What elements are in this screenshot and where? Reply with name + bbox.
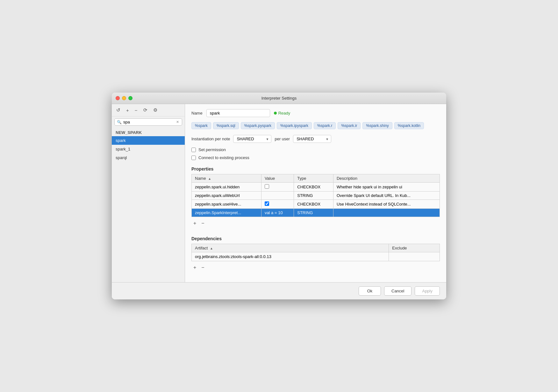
window-controls	[116, 96, 132, 100]
properties-col-value: Value	[261, 174, 294, 183]
refresh-button[interactable]: ↺	[115, 107, 122, 114]
sidebar-item-NEW_SPARK: NEW_SPARK	[112, 128, 185, 136]
prop-value-cell[interactable]	[261, 183, 294, 192]
set-permission-row: Set permission	[191, 147, 440, 152]
tag-spark-r: %spark.r	[314, 122, 336, 129]
remove-dependency-button[interactable]: −	[200, 265, 205, 270]
name-row: Name Ready	[191, 109, 440, 117]
connect-existing-checkbox[interactable]	[191, 156, 196, 160]
add-property-button[interactable]: +	[192, 220, 197, 226]
table-row[interactable]: zeppelin.spark.useHive... CHECKBOX Use H…	[192, 200, 440, 209]
sidebar-toolbar: ↺ + − ⟳ ⚙	[112, 104, 185, 116]
per-user-select[interactable]: SHARED SCOPED ISOLATED	[293, 135, 331, 143]
tags-row: %spark %spark.sql %spark.pyspark %spark.…	[191, 122, 440, 129]
prop-desc-cell-selected	[333, 209, 440, 217]
apply-button[interactable]: Apply	[415, 286, 440, 296]
status-text: Ready	[278, 111, 290, 116]
sidebar-item-sparql[interactable]: sparql	[112, 153, 185, 162]
right-panel: Name Ready %spark %spark.sql %spark.pysp…	[185, 104, 446, 282]
status-badge: Ready	[274, 111, 290, 116]
sidebar-item-spark_1[interactable]: spark_1	[112, 145, 185, 153]
per-user-select-wrapper: SHARED SCOPED ISOLATED ▼	[293, 135, 331, 143]
titlebar: Interpreter Settings	[112, 93, 446, 104]
sidebar-list: NEW_SPARK spark spark_1 sparql	[112, 128, 185, 282]
tag-spark-shiny: %spark.shiny	[362, 122, 392, 129]
tag-spark: %spark	[191, 122, 211, 129]
cancel-button[interactable]: Cancel	[384, 286, 411, 296]
close-button[interactable]	[116, 96, 120, 100]
dep-artifact-cell: org.jetbrains.ztools:ztools-spark-all:0.…	[192, 252, 389, 261]
prop-type-cell: CHECKBOX	[294, 200, 333, 209]
search-input[interactable]	[123, 120, 174, 124]
remove-interpreter-button[interactable]: −	[133, 107, 139, 114]
dependencies-table-actions: + −	[191, 263, 440, 272]
tag-spark-ipyspark: %spark.ipyspark	[277, 122, 312, 129]
ok-button[interactable]: Ok	[359, 286, 381, 296]
deps-col-exclude: Exclude	[389, 244, 440, 252]
connect-existing-row: Connect to existing process	[191, 155, 440, 160]
instantiation-select-wrapper: SHARED SCOPED ISOLATED ▼	[233, 135, 271, 143]
prop-name-cell: zeppelin.spark.ui.hidden	[192, 183, 261, 192]
prop-value-cell[interactable]	[261, 200, 294, 209]
properties-col-description: Description	[333, 174, 440, 183]
prop-desc-cell: Whether hide spark ui in zeppelin ui	[333, 183, 440, 192]
prop-value-cell-selected[interactable]: val a = 10	[261, 209, 294, 217]
sidebar: ↺ + − ⟳ ⚙ 🔍 ✕ NEW_SPARK spark spark_1 sp…	[112, 104, 185, 282]
maximize-button[interactable]	[128, 96, 132, 100]
clear-search-button[interactable]: ✕	[175, 120, 180, 124]
properties-section-title: Properties	[191, 166, 440, 172]
options-row: Instantiation per note SHARED SCOPED ISO…	[191, 135, 440, 143]
properties-table-actions: + −	[191, 219, 440, 228]
per-user-label: per user	[275, 136, 290, 141]
tag-spark-ir: %spark.ir	[338, 122, 361, 129]
prop-type-cell: CHECKBOX	[294, 183, 333, 192]
interpreter-settings-window: Interpreter Settings ↺ + − ⟳ ⚙ 🔍 ✕ NEW_S…	[112, 93, 446, 299]
minimize-button[interactable]	[122, 96, 126, 100]
properties-col-name[interactable]: Name ▲	[192, 174, 261, 183]
dependencies-table: Artifact ▲ Exclude org.jetbrains.ztools:…	[191, 244, 440, 261]
table-row[interactable]: zeppelin.spark.ui.hidden CHECKBOX Whethe…	[192, 183, 440, 192]
prop-name-cell-selected: zeppelin.SparkInterpret...	[192, 209, 261, 217]
sidebar-item-spark[interactable]: spark	[112, 136, 185, 145]
search-box: 🔍 ✕	[114, 118, 182, 126]
dependencies-section-title: Dependencies	[191, 236, 440, 241]
search-icon: 🔍	[117, 120, 122, 124]
connect-existing-label: Connect to existing process	[198, 155, 249, 160]
list-item[interactable]: org.jetbrains.ztools:ztools-spark-all:0.…	[192, 252, 440, 261]
properties-col-type: Type	[294, 174, 333, 183]
reload-button[interactable]: ⟳	[142, 107, 149, 114]
prop-value-cell[interactable]	[261, 192, 294, 200]
prop-checkbox-hidden[interactable]	[265, 184, 269, 189]
prop-desc-cell: Override Spark UI default URL. In Kub...	[333, 192, 440, 200]
set-permission-checkbox[interactable]	[191, 148, 196, 152]
prop-checkbox-hivectx[interactable]	[265, 201, 269, 206]
remove-property-button[interactable]: −	[200, 220, 205, 226]
name-sort-arrow: ▲	[208, 177, 211, 180]
table-row-selected[interactable]: zeppelin.SparkInterpret... val a = 10 ST…	[192, 209, 440, 217]
tag-spark-kotlin: %spark.kotlin	[394, 122, 424, 129]
instantiation-label: Instantiation per note	[191, 136, 230, 141]
instantiation-select[interactable]: SHARED SCOPED ISOLATED	[233, 135, 271, 143]
footer: Ok Cancel Apply	[112, 282, 446, 299]
status-dot	[274, 112, 277, 115]
add-interpreter-button[interactable]: +	[125, 107, 130, 114]
add-dependency-button[interactable]: +	[192, 265, 197, 270]
set-permission-label: Set permission	[198, 147, 226, 152]
name-label: Name	[191, 111, 203, 116]
prop-name-cell: zeppelin.spark.uiWebUrl	[192, 192, 261, 200]
deps-col-artifact[interactable]: Artifact ▲	[192, 244, 389, 252]
name-input[interactable]	[206, 109, 270, 117]
tag-spark-pyspark: %spark.pyspark	[241, 122, 275, 129]
prop-name-cell: zeppelin.spark.useHive...	[192, 200, 261, 209]
table-row[interactable]: zeppelin.spark.uiWebUrl STRING Override …	[192, 192, 440, 200]
main-content: ↺ + − ⟳ ⚙ 🔍 ✕ NEW_SPARK spark spark_1 sp…	[112, 104, 446, 282]
window-title: Interpreter Settings	[261, 96, 297, 101]
dep-exclude-cell	[389, 252, 440, 261]
prop-type-cell-selected: STRING	[294, 209, 333, 217]
artifact-sort-arrow: ▲	[210, 247, 213, 250]
properties-table: Name ▲ Value Type Description zeppelin.s…	[191, 174, 440, 217]
prop-type-cell: STRING	[294, 192, 333, 200]
prop-desc-cell: Use HiveContext instead of SQLConte...	[333, 200, 440, 209]
settings-button[interactable]: ⚙	[152, 107, 159, 114]
tag-spark-sql: %spark.sql	[213, 122, 239, 129]
